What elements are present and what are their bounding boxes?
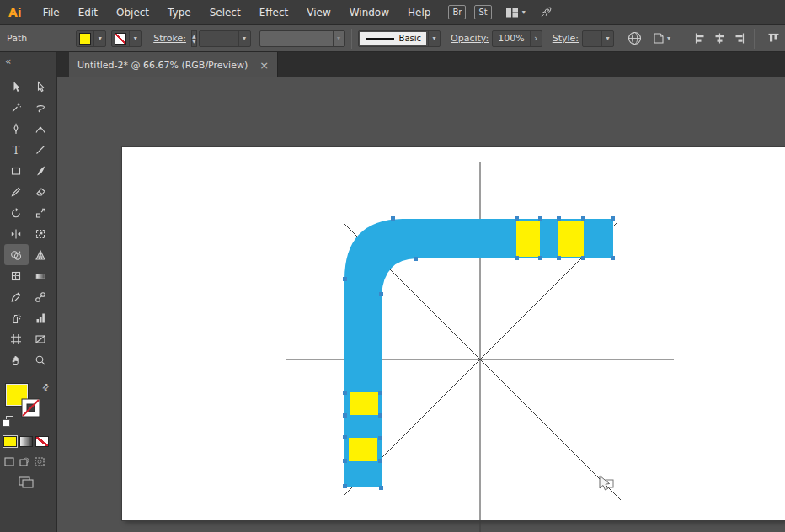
anchor-point[interactable] xyxy=(557,256,561,260)
anchor-point[interactable] xyxy=(515,216,519,221)
anchor-point[interactable] xyxy=(538,216,542,221)
stroke-weight-dropdown[interactable]: ▾ xyxy=(199,30,251,47)
anchor-point[interactable] xyxy=(378,413,382,418)
bridge-button[interactable]: Br xyxy=(448,5,466,19)
pencil-tool[interactable] xyxy=(4,181,29,202)
anchor-point[interactable] xyxy=(611,256,615,260)
direct-selection-tool[interactable] xyxy=(29,76,53,97)
artboard-tool[interactable] xyxy=(4,328,29,349)
pen-tool[interactable] xyxy=(4,118,29,139)
collapse-panel-button[interactable]: « xyxy=(5,56,11,67)
anchor-point[interactable] xyxy=(378,391,382,395)
screen-mode-button[interactable] xyxy=(19,476,34,488)
anchor-point[interactable] xyxy=(378,459,382,463)
gpu-performance-button[interactable] xyxy=(539,6,553,19)
workspace-switcher[interactable]: ▾ xyxy=(505,7,526,19)
none-button[interactable] xyxy=(35,436,49,447)
opacity-label[interactable]: Opacity: xyxy=(451,33,489,44)
close-tab-icon[interactable]: × xyxy=(259,60,269,71)
zoom-tool[interactable] xyxy=(29,349,53,370)
lasso-tool[interactable] xyxy=(29,97,53,118)
color-button[interactable] xyxy=(3,436,17,447)
anchor-point[interactable] xyxy=(343,277,347,281)
scale-tool[interactable] xyxy=(29,202,53,223)
anchor-point[interactable] xyxy=(378,436,382,440)
eraser-tool[interactable] xyxy=(29,181,53,202)
anchor-point[interactable] xyxy=(343,391,347,395)
menu-file[interactable]: File xyxy=(34,0,69,25)
fill-color-control[interactable]: ▾ xyxy=(76,30,106,47)
anchor-point[interactable] xyxy=(538,256,542,260)
opacity-control[interactable]: 100% › xyxy=(492,30,542,47)
stroke-weight-stepper[interactable]: ▲▼ xyxy=(191,30,197,47)
anchor-point[interactable] xyxy=(343,413,347,418)
rotate-tool[interactable] xyxy=(4,202,29,223)
symbol-sprayer-tool[interactable] xyxy=(4,307,29,328)
anchor-point[interactable] xyxy=(581,256,585,260)
anchor-point[interactable] xyxy=(391,216,395,221)
draw-behind-icon[interactable] xyxy=(19,456,30,467)
draw-normal-icon[interactable] xyxy=(3,456,15,467)
column-graph-tool[interactable] xyxy=(29,307,53,328)
anchor-point[interactable] xyxy=(414,257,418,261)
mesh-tool[interactable] xyxy=(4,265,29,286)
magic-wand-tool[interactable] xyxy=(4,97,29,118)
anchor-point[interactable] xyxy=(611,216,615,221)
width-tool[interactable] xyxy=(4,223,29,244)
style-dropdown[interactable]: ▾ xyxy=(582,30,614,47)
yellow-rect-shape[interactable] xyxy=(349,438,377,461)
shape-builder-tool[interactable] xyxy=(4,244,29,265)
stroke-label[interactable]: Stroke: xyxy=(153,33,186,44)
align-vertical-top-button[interactable] xyxy=(767,32,780,45)
style-label[interactable]: Style: xyxy=(553,33,579,44)
free-transform-tool[interactable] xyxy=(29,223,53,244)
blend-tool[interactable] xyxy=(29,286,53,307)
paintbrush-tool[interactable] xyxy=(29,160,53,181)
brush-definition-dropdown[interactable]: Basic ▾ xyxy=(358,30,441,47)
yellow-rect-shape[interactable] xyxy=(558,221,584,257)
stock-button[interactable]: St xyxy=(474,5,491,19)
line-segment-tool[interactable] xyxy=(29,139,53,160)
document-tab[interactable]: Untitled-2* @ 66.67% (RGB/Preview) × xyxy=(69,52,278,77)
isolate-object-control[interactable]: ▾ xyxy=(652,32,670,45)
menu-select[interactable]: Select xyxy=(200,0,250,25)
eyedropper-tool[interactable] xyxy=(4,286,29,307)
stroke-color-indicator[interactable] xyxy=(21,398,41,418)
menu-help[interactable]: Help xyxy=(398,0,440,25)
perspective-grid-tool[interactable] xyxy=(29,244,53,265)
anchor-point[interactable] xyxy=(379,292,383,296)
menu-edit[interactable]: Edit xyxy=(69,0,107,25)
menu-view[interactable]: View xyxy=(297,0,339,25)
yellow-rect-shape[interactable] xyxy=(516,221,540,257)
swap-fill-stroke-icon[interactable]: ⇄ xyxy=(40,381,51,393)
gradient-tool[interactable] xyxy=(29,265,53,286)
align-horizontal-center-button[interactable] xyxy=(713,32,726,45)
type-tool[interactable]: T xyxy=(4,139,29,160)
anchor-point[interactable] xyxy=(343,435,347,439)
slice-tool[interactable] xyxy=(29,328,53,349)
align-horizontal-right-button[interactable] xyxy=(733,32,745,45)
rectangle-tool[interactable] xyxy=(4,160,29,181)
selection-tool[interactable] xyxy=(4,76,29,97)
curvature-tool[interactable] xyxy=(29,118,53,139)
default-fill-stroke-icon[interactable] xyxy=(3,416,13,427)
anchor-point[interactable] xyxy=(343,459,347,463)
hand-tool[interactable] xyxy=(4,349,29,370)
menu-object[interactable]: Object xyxy=(107,0,158,25)
draw-inside-icon[interactable] xyxy=(34,456,45,467)
recolor-artwork-button[interactable] xyxy=(627,31,642,45)
gradient-button[interactable] xyxy=(19,436,33,447)
anchor-point[interactable] xyxy=(379,486,383,490)
yellow-rect-shape[interactable] xyxy=(350,392,378,415)
anchor-point[interactable] xyxy=(515,256,519,260)
canvas[interactable] xyxy=(57,77,785,532)
align-horizontal-left-button[interactable] xyxy=(694,32,707,45)
menu-type[interactable]: Type xyxy=(158,0,200,25)
stroke-color-control[interactable]: ▾ xyxy=(111,30,142,47)
anchor-point[interactable] xyxy=(581,216,585,221)
anchor-point[interactable] xyxy=(557,216,561,221)
menu-window[interactable]: Window xyxy=(340,0,398,25)
blue-pipe-shape[interactable] xyxy=(344,219,613,487)
anchor-point[interactable] xyxy=(343,484,347,488)
menu-effect[interactable]: Effect xyxy=(250,0,298,25)
